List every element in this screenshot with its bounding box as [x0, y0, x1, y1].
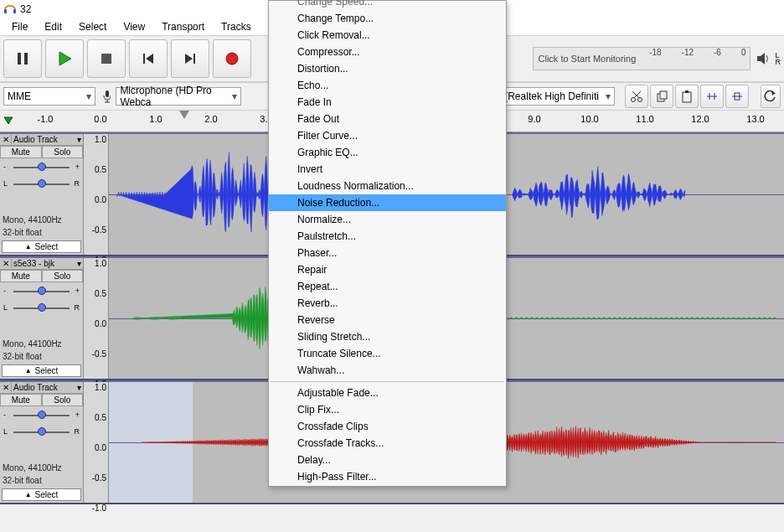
menu-file[interactable]: File	[3, 19, 36, 34]
svg-point-15	[638, 98, 642, 102]
undo-button[interactable]	[761, 85, 781, 108]
menu-item-click-removal[interactable]: Click Removal...	[269, 27, 506, 44]
paste-button[interactable]	[675, 85, 699, 108]
window-title: 32	[20, 3, 31, 15]
mute-button[interactable]: Mute	[0, 270, 42, 282]
gain-slider[interactable]: -+	[3, 408, 80, 421]
menu-item-loudness-normalization[interactable]: Loudness Normalization...	[269, 178, 506, 194]
menu-item-fade-in[interactable]: Fade In	[269, 94, 506, 111]
menu-item-distortion[interactable]: Distortion...	[269, 60, 506, 77]
audio-host-select[interactable]: MME	[3, 87, 95, 106]
menu-view[interactable]: View	[115, 19, 153, 34]
menu-item-echo[interactable]: Echo...	[269, 77, 506, 94]
track-close-button[interactable]: ✕	[0, 135, 12, 144]
recording-meter[interactable]: Click to Start Monitoring -18 -12 -6 0	[533, 47, 750, 70]
trim-button[interactable]	[700, 85, 724, 108]
menu-item-reverb[interactable]: Reverb...	[269, 295, 506, 312]
svg-point-14	[632, 98, 636, 102]
app-icon	[3, 3, 17, 16]
track-name-dropdown[interactable]: s5e33 - bjk▾	[12, 258, 83, 269]
recording-device-select[interactable]: Microphone (HD Pro Webca	[116, 87, 241, 106]
track-select-button[interactable]: ▲Select	[2, 240, 81, 253]
track-bits-label: 32-bit float	[0, 226, 83, 239]
track-select-button[interactable]: ▲Select	[2, 488, 81, 501]
speaker-meter-icon	[756, 51, 771, 66]
menu-item-crossfade-clips[interactable]: Crossfade Clips	[269, 418, 506, 435]
menu-item-graphic-eq[interactable]: Graphic EQ...	[269, 144, 506, 161]
svg-rect-21	[685, 90, 689, 93]
gain-slider[interactable]: -+	[3, 160, 80, 173]
silence-button[interactable]	[725, 85, 749, 108]
timeline-label: 12.0	[691, 114, 709, 124]
svg-marker-11	[757, 53, 765, 65]
skip-end-button[interactable]	[171, 39, 209, 78]
timeline-label: 13.0	[746, 114, 764, 124]
solo-button[interactable]: Solo	[42, 270, 84, 282]
svg-point-10	[226, 53, 238, 65]
mute-button[interactable]: Mute	[0, 146, 42, 158]
menu-select[interactable]: Select	[70, 19, 115, 34]
solo-button[interactable]: Solo	[42, 394, 84, 406]
vscale-label: 0.5	[95, 412, 106, 421]
menu-item-truncate-silence[interactable]: Truncate Silence...	[269, 345, 506, 362]
vscale-label: 0.0	[95, 318, 106, 328]
cut-button[interactable]	[625, 85, 648, 108]
menu-item-change-tempo[interactable]: Change Tempo...	[269, 10, 506, 27]
menu-item-reverse[interactable]: Reverse	[269, 312, 506, 328]
menu-item-crossfade-tracks[interactable]: Crossfade Tracks...	[269, 435, 506, 452]
vertical-scale[interactable]: 1.00.50.0-0.5-1.0	[84, 258, 109, 379]
menu-item-truncated[interactable]: Change Speed...	[269, 0, 506, 10]
timeline-label: 1.0	[149, 114, 162, 124]
pan-slider[interactable]: LR	[3, 425, 80, 438]
menu-item-sliding-stretch[interactable]: Sliding Stretch...	[269, 328, 506, 345]
gain-slider[interactable]: -+	[3, 284, 80, 297]
svg-rect-20	[683, 92, 691, 102]
menu-item-compressor[interactable]: Compressor...	[269, 44, 506, 60]
timeline-pin-icon[interactable]	[0, 113, 17, 130]
menu-item-wahwah[interactable]: Wahwah...	[269, 362, 506, 379]
svg-rect-9	[193, 54, 195, 64]
track-name-dropdown[interactable]: Audio Track▾	[12, 382, 83, 393]
pan-slider[interactable]: LR	[3, 177, 80, 190]
menu-item-paulstretch[interactable]: Paulstretch...	[269, 228, 506, 245]
menu-item-high-pass-filter[interactable]: High-Pass Filter...	[269, 468, 506, 485]
menu-item-filter-curve[interactable]: Filter Curve...	[269, 127, 506, 144]
menu-item-phaser[interactable]: Phaser...	[269, 245, 506, 261]
stop-button[interactable]	[87, 39, 126, 78]
track-close-button[interactable]: ✕	[0, 259, 12, 268]
skip-start-button[interactable]	[129, 39, 168, 78]
copy-button[interactable]	[650, 85, 673, 108]
menu-item-invert[interactable]: Invert	[269, 161, 506, 178]
vscale-label: 0.0	[95, 442, 106, 452]
vertical-scale[interactable]: 1.00.50.0-0.5-1.0	[84, 134, 109, 255]
menu-item-normalize[interactable]: Normalize...	[269, 211, 506, 228]
track-name-dropdown[interactable]: Audio Track▾	[12, 134, 83, 145]
mute-button[interactable]: Mute	[0, 394, 42, 406]
play-button[interactable]	[45, 39, 84, 78]
vertical-scale[interactable]: 1.00.50.0-0.5-1.0	[84, 382, 109, 503]
menu-item-delay[interactable]: Delay...	[269, 452, 506, 468]
menu-edit[interactable]: Edit	[36, 19, 70, 34]
menu-tracks[interactable]: Tracks	[213, 19, 260, 34]
track-close-button[interactable]: ✕	[0, 383, 12, 392]
menu-item-clip-fix[interactable]: Clip Fix...	[269, 401, 506, 418]
menu-item-adjustable-fade[interactable]: Adjustable Fade...	[269, 385, 506, 401]
svg-rect-19	[660, 91, 667, 99]
menu-item-fade-out[interactable]: Fade Out	[269, 111, 506, 127]
timeline-label: 10.0	[580, 114, 598, 124]
vscale-label: -1.0	[92, 503, 106, 512]
menu-item-noise-reduction[interactable]: Noise Reduction...	[269, 194, 506, 211]
menu-item-repeat[interactable]: Repeat...	[269, 278, 506, 295]
timeline-label: 11.0	[636, 114, 653, 124]
menu-item-repair[interactable]: Repair	[269, 261, 506, 278]
track-format-label: Mono, 44100Hz	[0, 214, 83, 226]
pan-slider[interactable]: LR	[3, 301, 80, 314]
menu-transport[interactable]: Transport	[153, 19, 213, 34]
track-select-button[interactable]: ▲Select	[2, 364, 81, 377]
svg-rect-3	[24, 53, 28, 65]
track-bits-label: 32-bit float	[0, 350, 83, 363]
record-button[interactable]	[213, 39, 251, 78]
solo-button[interactable]: Solo	[42, 146, 84, 158]
pause-button[interactable]	[3, 39, 42, 78]
timeline-label: 2.0	[204, 114, 217, 124]
